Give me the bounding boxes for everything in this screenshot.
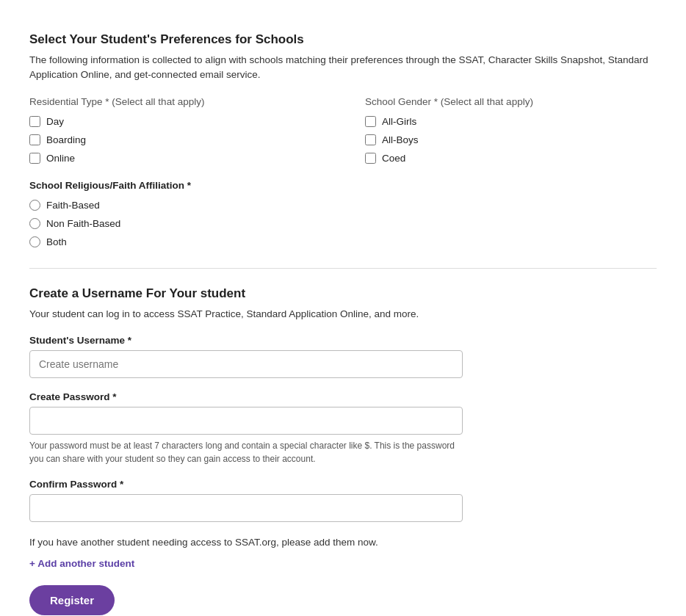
gender-allboys-checkbox[interactable] [365, 134, 376, 145]
password-hint: Your password must be at least 7 charact… [29, 439, 463, 465]
gender-allgirls-label: All-Girls [382, 116, 416, 127]
residential-day-label: Day [46, 116, 64, 127]
both-faith-option[interactable]: Both [29, 236, 657, 247]
register-button[interactable]: Register [29, 585, 115, 615]
gender-allgirls-option[interactable]: All-Girls [365, 116, 657, 127]
faith-based-option[interactable]: Faith-Based [29, 200, 657, 211]
non-faith-based-label: Non Faith-Based [46, 218, 120, 229]
gender-allboys-option[interactable]: All-Boys [365, 134, 657, 145]
residential-online-checkbox[interactable] [29, 153, 40, 164]
non-faith-based-radio[interactable] [29, 218, 40, 229]
faith-affiliation-section: School Religious/Faith Affiliation * Fai… [29, 180, 657, 247]
residential-boarding-option[interactable]: Boarding [29, 134, 321, 145]
preferences-section: Select Your Student's Preferences for Sc… [15, 15, 671, 268]
school-gender-options: All-Girls All-Boys Coed [365, 116, 657, 164]
password-input[interactable] [29, 407, 463, 435]
school-gender-label: School Gender * (Select all that apply) [365, 96, 657, 107]
username-form-group: Student's Username * [29, 335, 657, 378]
confirm-password-form-group: Confirm Password * [29, 479, 657, 522]
gender-allgirls-checkbox[interactable] [365, 116, 376, 127]
faith-based-radio[interactable] [29, 200, 40, 211]
residential-boarding-checkbox[interactable] [29, 134, 40, 145]
add-another-student-link[interactable]: + Add another student [29, 558, 134, 569]
preferences-title: Select Your Student's Preferences for Sc… [29, 32, 657, 47]
non-faith-based-option[interactable]: Non Faith-Based [29, 218, 657, 229]
confirm-password-input[interactable] [29, 494, 463, 522]
add-student-text: If you have another student needing acce… [29, 535, 657, 550]
username-label: Student's Username * [29, 335, 657, 346]
preferences-description: The following information is collected t… [29, 53, 657, 83]
both-faith-radio[interactable] [29, 236, 40, 247]
faith-based-label: Faith-Based [46, 200, 100, 211]
faith-affiliation-label: School Religious/Faith Affiliation * [29, 180, 657, 191]
gender-coed-option[interactable]: Coed [365, 153, 657, 164]
residential-online-label: Online [46, 153, 75, 164]
username-section: Create a Username For Your student Your … [15, 269, 671, 617]
residential-boarding-label: Boarding [46, 134, 86, 145]
gender-allboys-label: All-Boys [382, 134, 419, 145]
gender-coed-checkbox[interactable] [365, 153, 376, 164]
both-faith-label: Both [46, 236, 67, 247]
preferences-grid: Residential Type * (Select all that appl… [29, 96, 657, 164]
username-section-title: Create a Username For Your student [29, 286, 657, 301]
residential-online-option[interactable]: Online [29, 153, 321, 164]
residential-day-checkbox[interactable] [29, 116, 40, 127]
faith-affiliation-options: Faith-Based Non Faith-Based Both [29, 200, 657, 247]
residential-day-option[interactable]: Day [29, 116, 321, 127]
residential-type-col: Residential Type * (Select all that appl… [29, 96, 321, 164]
school-gender-col: School Gender * (Select all that apply) … [365, 96, 657, 164]
confirm-password-label: Confirm Password * [29, 479, 657, 490]
password-form-group: Create Password * Your password must be … [29, 391, 657, 465]
residential-type-options: Day Boarding Online [29, 116, 321, 164]
password-label: Create Password * [29, 391, 657, 402]
username-section-description: Your student can log in to access SSAT P… [29, 307, 657, 322]
username-input[interactable] [29, 350, 463, 378]
residential-type-label: Residential Type * (Select all that appl… [29, 96, 321, 107]
gender-coed-label: Coed [382, 153, 405, 164]
